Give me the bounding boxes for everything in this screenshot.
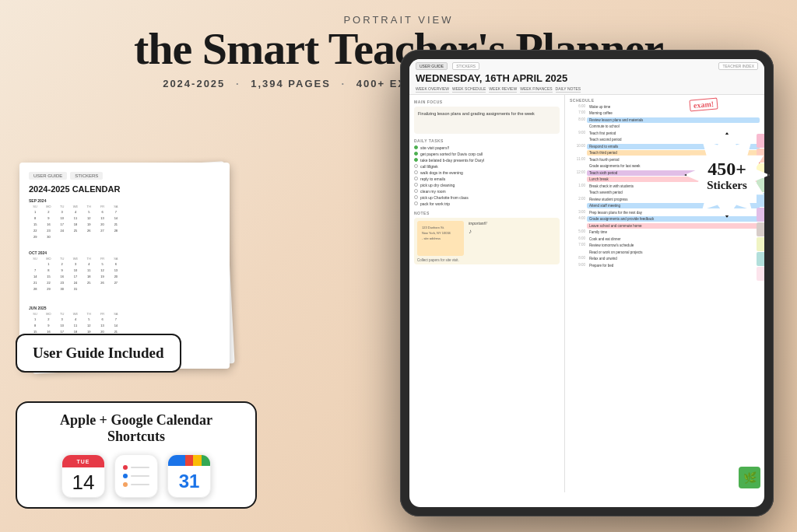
user-guide-badge: User Guide Included xyxy=(16,334,181,373)
music-note-icon: ♪ xyxy=(469,228,556,235)
screen-left-column: MAIN FOCUS Finalizing lesson plans and g… xyxy=(409,95,565,492)
shortcuts-title: Apple + Google Calendar Shortcuts xyxy=(31,412,241,445)
task-item-6: reply to emails xyxy=(414,177,560,181)
task-item-2: get papers sorted for Davis corp call xyxy=(414,152,560,156)
task-item-9: pick up Charlotte from class xyxy=(414,195,560,200)
tablet-device: USER GUIDE STICKERS TEACHER INDEX WEDNES… xyxy=(384,50,789,532)
screen-tab-guide: USER GUIDE xyxy=(416,62,448,70)
reminders-icon xyxy=(114,454,158,498)
schedule-row-3: 8:00Review lesson plans and materials xyxy=(570,117,760,123)
task-item-8: clean my room xyxy=(414,189,560,194)
main-focus-box: Finalizing lesson plans and grading assi… xyxy=(414,107,560,134)
shortcuts-badge: Apple + Google Calendar Shortcuts TUE 14 xyxy=(16,401,257,509)
apple-cal-day-label: TUE xyxy=(62,455,104,467)
screen-nav-week-overview: WEEK OVERVIEW xyxy=(416,86,449,93)
main-focus-label: MAIN FOCUS xyxy=(414,100,560,104)
tab-indicator-10 xyxy=(757,267,764,281)
screen-nav-daily-notes: DAILY NOTES xyxy=(556,86,581,93)
shortcuts-icons-row: TUE 14 xyxy=(31,454,241,498)
notes-label: NOTES xyxy=(414,211,560,215)
calendar-title: 2024-2025 CALENDAR xyxy=(29,184,220,194)
stickers-label: Stickers xyxy=(707,179,747,192)
task-item-4: call lillgtek xyxy=(414,164,560,169)
screen-nav-tabs: USER GUIDE STICKERS TEACHER INDEX xyxy=(416,62,758,70)
schedule-row-21: 6:00Cook and eat dinner xyxy=(570,236,760,242)
task-item-7: pick up dry cleaning xyxy=(414,183,560,187)
notes-image-placeholder: 123 Dunham St. New York, NY 10034 - site… xyxy=(417,221,464,256)
google-bar-red xyxy=(185,455,194,466)
google-bar-yellow xyxy=(193,455,202,466)
screen-nav-week-review: WEEK REVIEW xyxy=(489,86,517,93)
screen-tab-teacher-index: TEACHER INDEX xyxy=(718,62,758,70)
stickers-badge: 450+ Stickers xyxy=(680,128,774,222)
exam-stamp: exam! xyxy=(689,97,718,111)
stickers-count: 450+ xyxy=(707,159,747,179)
tab-indicator-7 xyxy=(757,222,764,236)
google-calendar-icon: 31 xyxy=(167,454,211,498)
schedule-row-20: 5:00Family time xyxy=(570,229,760,235)
schedule-row-24: 8:00Relax and unwind xyxy=(570,256,760,261)
schedule-row-19: Leave school and commute home xyxy=(570,223,760,229)
google-cal-date: 31 xyxy=(179,471,200,492)
screen-nav-week-finances: WEEK FINANCES xyxy=(520,86,552,93)
daily-tasks-label: DAILY TASKS xyxy=(414,138,560,143)
tab-indicator-9 xyxy=(757,252,764,266)
screen-header: USER GUIDE STICKERS TEACHER INDEX WEDNES… xyxy=(409,59,764,95)
task-item-1: site visit papers!! xyxy=(414,145,560,150)
schedule-row-23: Read or work on personal projects xyxy=(570,250,760,255)
screen-date: WEDNESDAY, 16TH APRIL 2025 xyxy=(416,72,758,85)
apple-calendar-icon: TUE 14 xyxy=(61,454,105,498)
schedule-row-25: 9:00Prepare for bed xyxy=(570,263,760,268)
task-item-3: take belated b-day presents for Daryl xyxy=(414,158,560,163)
screen-tab-stickers: STICKERS xyxy=(452,62,479,70)
year-label: 2024-2025 xyxy=(163,78,225,89)
tablet-outer: USER GUIDE STICKERS TEACHER INDEX WEDNES… xyxy=(400,50,774,516)
schedule-label: SCHEDULE xyxy=(570,98,760,103)
schedule-row-1: 6:00Wake up time xyxy=(570,104,760,110)
reminder-dot-red xyxy=(123,465,128,470)
pages-label: 1,394 PAGES xyxy=(251,78,331,89)
daily-tasks-list: site visit papers!! get papers sorted fo… xyxy=(414,145,560,206)
cal-mini-sep: SEP 2024 SUMOTUWETHFRSA 1234567 89101112… xyxy=(29,198,122,240)
apple-cal-date: 14 xyxy=(62,467,104,497)
screen-nav-week-schedule: WEEK SCHEDULE xyxy=(452,86,486,93)
main-focus-text: Finalizing lesson plans and grading assi… xyxy=(418,110,556,117)
notes-section: NOTES 123 Dunham St. New York, NY 10034 … xyxy=(414,211,560,264)
sticker-green-icon: 🌿 xyxy=(739,467,760,488)
schedule-row-22: 7:00Review tomorrow's schedule xyxy=(570,243,760,248)
google-bar-green xyxy=(202,455,210,466)
schedule-row-2: 7:00Morning coffee xyxy=(570,110,760,116)
cal-mini-oct: OCT 2024 SUMOTUWETHFRSA 123456 789101112… xyxy=(29,250,122,292)
notes-box: 123 Dunham St. New York, NY 10034 - site… xyxy=(414,218,560,264)
task-item-10: pack for work trip xyxy=(414,201,560,206)
tab-indicator-8 xyxy=(757,237,764,251)
cal-tab-stickers: STICKERS xyxy=(70,172,103,180)
google-bar-blue xyxy=(168,455,185,466)
notes-collect-label: Collect papers for site visit. xyxy=(417,258,556,262)
reminder-dot-orange xyxy=(123,482,128,487)
user-guide-text: User Guide Included xyxy=(33,345,164,361)
main-container: PORTRAIT VIEW the Smart Teacher's Planne… xyxy=(0,0,797,532)
task-item-5: walk dogs in the evening xyxy=(414,170,560,175)
tablet-screen: USER GUIDE STICKERS TEACHER INDEX WEDNES… xyxy=(409,59,764,507)
notes-important-label: important!! xyxy=(469,221,556,226)
cal-tab-guide: USER GUIDE xyxy=(29,172,67,180)
reminder-dot-blue xyxy=(123,474,128,478)
screen-nav-row: WEEK OVERVIEW WEEK SCHEDULE WEEK REVIEW … xyxy=(416,86,758,93)
